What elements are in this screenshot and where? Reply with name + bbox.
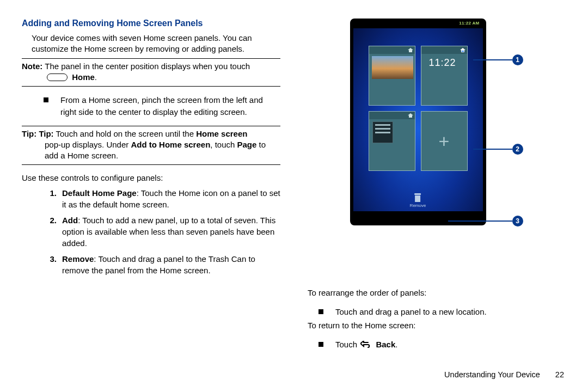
return-intro: To return to the Home screen: [308, 320, 566, 331]
tablet-frame: 11:22 AM 11:22 + [350, 19, 486, 225]
control-item-1: 1. Default Home Page: Touch the Home ico… [22, 187, 280, 210]
control-2-text: : Touch to add a new panel, up to a tota… [62, 216, 275, 248]
rearrange-bullet-text: Touch and drag a panel to a new location… [335, 306, 566, 318]
rearrange-bullet: Touch and drag a panel to a new location… [308, 306, 566, 318]
return-bullet: Touch Back. [308, 339, 566, 351]
callout-3: 3 [448, 216, 523, 226]
callout-badge-1: 1 [512, 54, 523, 65]
note-period: . [95, 72, 97, 82]
rearrange-intro: To rearrange the order of panels: [308, 287, 566, 298]
note-home-word: Home [72, 72, 95, 82]
footer-page-number: 22 [555, 370, 564, 379]
controls-intro: Use these controls to configure panels: [22, 173, 280, 183]
back-icon [360, 341, 371, 348]
list-number: 3. [45, 253, 57, 276]
tip-part3: , touch [210, 140, 237, 149]
tip-bold1: Home screen [196, 129, 247, 138]
home-icon [408, 113, 413, 118]
intro-text: Your device comes with seven Home screen… [32, 33, 280, 55]
return-back-word: Back [376, 340, 395, 349]
tip-block: Tip: Tip: Touch and hold on the screen u… [22, 128, 280, 162]
callout-badge-2: 2 [512, 144, 523, 155]
tip-bold2: Add to Home screen [131, 140, 210, 149]
control-item-2: 2. Add: Touch to add a new panel, up to … [22, 215, 280, 249]
return-touch: Touch [335, 340, 359, 349]
control-2-title: Add [62, 216, 78, 225]
return-after: . [395, 340, 397, 349]
remove-area: Remove [410, 193, 426, 208]
pinch-bullet: From a Home screen, pinch the screen fro… [22, 94, 280, 118]
plus-icon: + [439, 131, 450, 152]
bullet-icon [318, 342, 323, 347]
panel-thumb-1 [369, 46, 415, 106]
home-icon [408, 48, 413, 52]
callout-2: 2 [473, 144, 523, 155]
note-text-1: The panel in the center position display… [45, 62, 250, 71]
control-1-title: Default Home Page [62, 188, 137, 198]
home-key-icon [47, 74, 68, 81]
list-number: 1. [45, 187, 57, 210]
bullet-icon [44, 97, 48, 102]
trash-icon [413, 193, 422, 202]
divider [22, 164, 280, 165]
control-item-3: 3. Remove: Touch and drag a panel to the… [22, 253, 280, 276]
callout-1: 1 [473, 54, 523, 65]
panel-thumb-add: + [421, 111, 468, 171]
note-block: Note: The panel in the center position d… [22, 61, 280, 83]
status-time: 11:22 AM [459, 21, 479, 26]
list-number: 2. [45, 215, 57, 249]
home-icon-active [460, 48, 465, 52]
tip-label: Tip: Tip: [22, 129, 54, 138]
footer-section: Understanding Your Device [444, 370, 540, 379]
page-footer: Understanding Your Device 22 [444, 370, 564, 379]
note-label: Note: [22, 62, 42, 71]
divider [22, 126, 280, 126]
remove-label: Remove [410, 203, 426, 208]
panel-thumb-2: 11:22 [421, 46, 468, 106]
pinch-bullet-text: From a Home screen, pinch the screen fro… [60, 94, 280, 118]
tip-part1: Touch and hold on the screen until the [56, 129, 197, 138]
tip-part2a: pop-up displays. Under [45, 140, 131, 149]
control-3-title: Remove [62, 254, 94, 264]
callout-badge-3: 3 [512, 216, 523, 226]
section-title: Adding and Removing Home Screen Panels [22, 19, 280, 28]
panel-clock: 11:22 [429, 57, 456, 69]
divider [22, 86, 280, 87]
bullet-icon [318, 309, 323, 314]
tip-bold3: Page [237, 140, 257, 149]
divider [22, 58, 280, 59]
panel-editor-illustration: 11:22 AM 11:22 + [350, 19, 524, 225]
panel-thumb-3 [369, 111, 415, 171]
